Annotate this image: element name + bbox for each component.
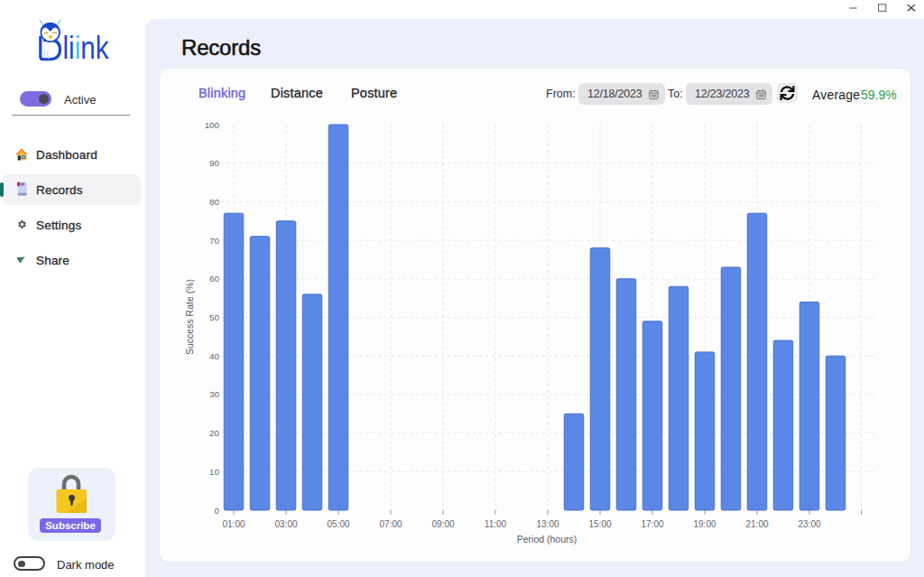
- svg-text:23:00: 23:00: [798, 519, 820, 529]
- svg-text:15:00: 15:00: [588, 519, 611, 529]
- svg-text:13:00: 13:00: [536, 519, 559, 529]
- svg-text:19:00: 19:00: [693, 519, 716, 529]
- svg-text:01:00: 01:00: [222, 519, 245, 529]
- svg-text:80: 80: [209, 197, 219, 207]
- svg-text:30: 30: [209, 389, 219, 399]
- svg-text:liink: liink: [63, 30, 109, 63]
- svg-text:60: 60: [209, 274, 219, 284]
- svg-text:100: 100: [205, 120, 220, 130]
- svg-text:50: 50: [209, 312, 219, 322]
- svg-text:03:00: 03:00: [274, 519, 297, 529]
- svg-text:Success Rate (%): Success Rate (%): [184, 279, 195, 355]
- svg-text:17:00: 17:00: [641, 519, 663, 529]
- svg-text:Period (hours): Period (hours): [517, 534, 578, 544]
- svg-text:05:00: 05:00: [327, 519, 349, 529]
- svg-text:21:00: 21:00: [745, 519, 768, 529]
- svg-text:10: 10: [209, 467, 219, 477]
- svg-text:40: 40: [209, 351, 219, 361]
- svg-text:20: 20: [209, 428, 219, 438]
- svg-text:11:00: 11:00: [485, 519, 507, 529]
- svg-text:07:00: 07:00: [379, 519, 402, 529]
- svg-text:90: 90: [209, 158, 219, 168]
- svg-text:0: 0: [215, 506, 220, 516]
- svg-text:09:00: 09:00: [431, 519, 454, 529]
- svg-text:70: 70: [209, 236, 219, 246]
